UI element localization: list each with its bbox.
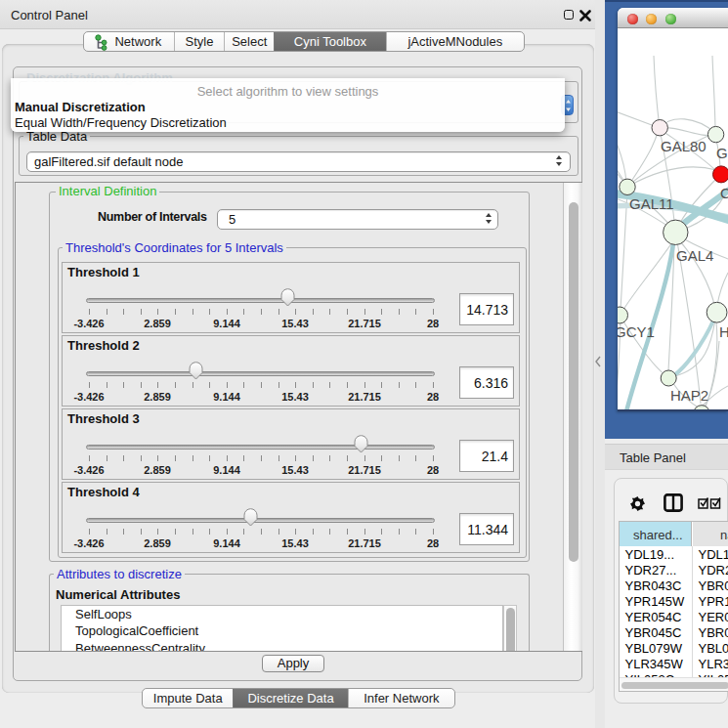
svg-text:GAL80: GAL80: [661, 138, 707, 154]
svg-text:H: H: [719, 323, 728, 340]
svg-text:HAP2: HAP2: [670, 387, 708, 404]
svg-text:GAL4: GAL4: [676, 247, 713, 264]
svg-text:G..: G..: [716, 145, 728, 161]
svg-text:GAL11: GAL11: [629, 195, 674, 212]
svg-text:GCY1: GCY1: [618, 323, 655, 340]
svg-text:C: C: [720, 185, 728, 201]
